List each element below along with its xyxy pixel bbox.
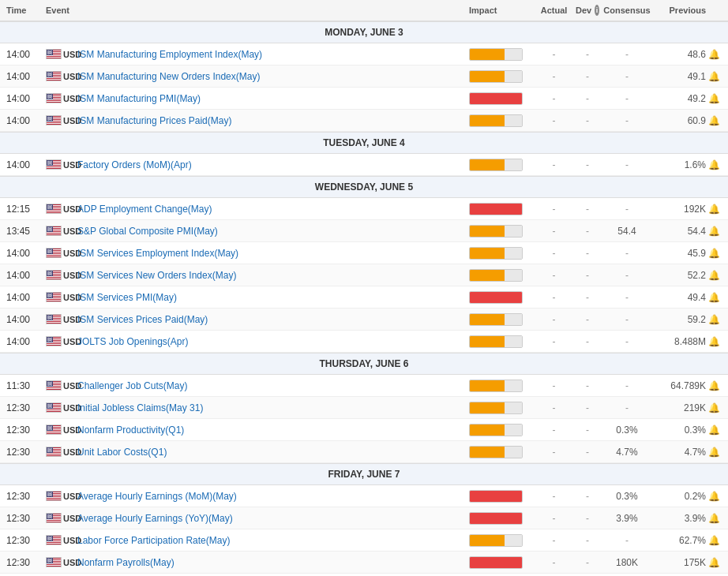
table-row: 14:00: [0, 88, 728, 110]
event-name[interactable]: ISM Services New Orders Index(May): [77, 270, 469, 281]
alert-bell-icon[interactable]: 🔔: [706, 336, 722, 347]
event-time: 12:30: [6, 402, 46, 413]
svg-point-333: [49, 318, 50, 319]
alert-bell-icon[interactable]: 🔔: [706, 226, 722, 237]
event-actual: -: [532, 380, 576, 391]
alert-bell-icon[interactable]: 🔔: [706, 557, 722, 568]
svg-point-449: [50, 427, 51, 428]
event-name[interactable]: ISM Services PMI(May): [77, 292, 469, 303]
alert-bell-icon[interactable]: 🔔: [706, 314, 722, 325]
alert-bell-icon[interactable]: 🔔: [706, 292, 722, 303]
event-name[interactable]: JOLTS Job Openings(Apr): [77, 336, 469, 347]
svg-rect-128: [47, 166, 62, 166]
alert-bell-icon[interactable]: 🔔: [706, 115, 722, 126]
svg-rect-252: [47, 276, 62, 277]
svg-point-362: [51, 339, 52, 340]
event-name[interactable]: Average Hourly Earnings (YoY)(May): [77, 513, 469, 524]
svg-point-481: [51, 449, 51, 450]
svg-point-542: [50, 515, 51, 516]
alert-bell-icon[interactable]: 🔔: [706, 535, 722, 546]
header-dev: Dev i: [576, 5, 599, 16]
alert-bell-icon[interactable]: 🔔: [706, 513, 722, 524]
svg-point-361: [51, 339, 51, 340]
alert-bell-icon[interactable]: 🔔: [706, 248, 722, 259]
event-name[interactable]: Challenger Job Cuts(May): [77, 380, 469, 391]
alert-bell-icon[interactable]: 🔔: [706, 270, 722, 281]
svg-point-525: [51, 496, 51, 496]
svg-point-485: [51, 450, 51, 451]
event-name[interactable]: S&P Global Composite PMI(May): [77, 226, 469, 237]
svg-point-49: [48, 74, 49, 75]
svg-point-177: [47, 208, 48, 208]
impact-indicator: [469, 556, 532, 569]
event-name[interactable]: ISM Manufacturing Employment Index(May): [77, 49, 469, 60]
alert-bell-icon[interactable]: 🔔: [706, 491, 722, 502]
event-dev: -: [576, 49, 599, 60]
svg-point-351: [49, 338, 50, 338]
impact-bar: [469, 159, 523, 171]
event-name[interactable]: Labor Force Participation Rate(May): [77, 535, 469, 546]
event-actual: -: [532, 336, 576, 347]
svg-point-598: [48, 559, 49, 559]
svg-point-207: [51, 229, 52, 230]
event-consensus: 3.9%: [599, 513, 655, 524]
alert-bell-icon[interactable]: 🔔: [706, 93, 722, 104]
event-name[interactable]: ISM Services Prices Paid(May): [77, 314, 469, 325]
table-row: 12:30: [0, 441, 728, 463]
event-name[interactable]: ISM Manufacturing Prices Paid(May): [77, 115, 469, 126]
alert-bell-icon[interactable]: 🔔: [706, 380, 722, 391]
svg-point-474: [48, 448, 49, 449]
svg-point-77: [50, 95, 51, 96]
svg-point-134: [49, 161, 50, 162]
event-currency: USD: [46, 314, 77, 324]
event-time: 14:00: [6, 336, 46, 347]
svg-point-146: [47, 163, 48, 164]
event-consensus: -: [599, 270, 655, 281]
svg-point-618: [51, 562, 51, 563]
svg-point-612: [49, 561, 50, 562]
svg-point-266: [48, 273, 49, 274]
event-name[interactable]: Factory Orders (MoM)(Apr): [77, 159, 469, 170]
event-name[interactable]: Average Hourly Earnings (MoM)(May): [77, 491, 469, 502]
event-consensus: -: [599, 292, 655, 303]
table-row: 12:30: [0, 529, 728, 552]
event-name[interactable]: ADP Employment Change(May): [77, 204, 469, 215]
svg-point-30: [51, 54, 52, 54]
svg-point-183: [49, 208, 50, 209]
impact-bar: [469, 512, 523, 525]
svg-point-554: [48, 518, 49, 518]
svg-point-540: [47, 515, 48, 516]
event-name[interactable]: Unit Labor Costs(Q1): [77, 447, 469, 458]
header-time: Time: [6, 6, 46, 15]
alert-bell-icon[interactable]: 🔔: [706, 425, 722, 436]
event-time: 14:00: [6, 93, 46, 104]
event-name[interactable]: Nonfarm Productivity(Q1): [77, 425, 469, 436]
alert-bell-icon[interactable]: 🔔: [706, 159, 722, 170]
svg-point-88: [47, 98, 48, 99]
event-name[interactable]: ISM Services Employment Index(May): [77, 248, 469, 259]
alert-bell-icon[interactable]: 🔔: [706, 447, 722, 458]
svg-point-575: [47, 538, 48, 539]
svg-point-515: [49, 494, 50, 495]
header-previous: Previous: [655, 6, 706, 15]
svg-point-417: [49, 405, 50, 406]
alert-bell-icon[interactable]: 🔔: [706, 71, 722, 82]
event-name[interactable]: ISM Manufacturing New Orders Index(May): [77, 71, 469, 82]
svg-point-239: [47, 252, 48, 252]
svg-point-76: [49, 95, 50, 96]
svg-point-524: [49, 496, 50, 496]
table-row: 12:30: [0, 485, 728, 507]
event-name[interactable]: ISM Manufacturing PMI(May): [77, 93, 469, 104]
alert-bell-icon[interactable]: 🔔: [706, 204, 722, 215]
svg-point-137: [47, 162, 48, 163]
svg-point-231: [49, 250, 50, 251]
svg-point-358: [47, 339, 48, 340]
event-name[interactable]: Initial Jobless Claims(May 31): [77, 402, 469, 413]
alert-bell-icon[interactable]: 🔔: [706, 402, 722, 413]
event-previous: 49.4: [655, 292, 706, 303]
svg-point-214: [49, 230, 50, 231]
event-name[interactable]: Nonfarm Payrolls(May): [77, 557, 469, 568]
alert-bell-icon[interactable]: 🔔: [706, 49, 722, 60]
event-dev: -: [576, 270, 599, 281]
svg-point-489: [50, 451, 51, 451]
